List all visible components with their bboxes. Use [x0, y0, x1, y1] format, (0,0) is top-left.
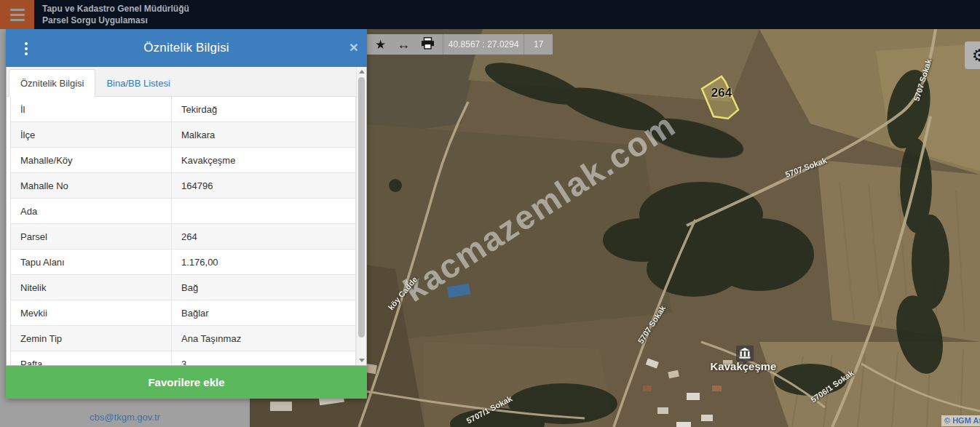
attribute-table: İl Tekirdağ İlçe Malkara Mahalle/Köy Kav… [10, 97, 356, 365]
table-row: Pafta 3 [11, 351, 355, 365]
tab-oznitelik-bilgisi[interactable]: Öznitelik Bilgisi [9, 69, 95, 97]
attribute-info-modal: Öznitelik Bilgisi × Öznitelik Bilgisi Bi… [6, 29, 367, 399]
app-title-line2: Parsel Sorgu Uygulaması [42, 15, 189, 26]
table-row: Mahalle No 164796 [11, 173, 355, 199]
contact-email-link[interactable]: cbs@tkgm.gov.tr [0, 412, 250, 423]
gear-icon: ⚙ [972, 47, 980, 64]
favorite-star-icon[interactable]: ★ [375, 39, 386, 51]
table-row: İlçe Malkara [11, 122, 355, 148]
table-row: Nitelik Bağ [11, 275, 355, 300]
parsel-sorgu-app: kacmazemlak.com 264 5707 Sokak 5707 Soka… [0, 0, 980, 427]
tab-bina-bb-listesi[interactable]: Bina/BB Listesi [95, 70, 181, 96]
coordinates-readout: 40.8567 : 27.0294 [443, 34, 523, 55]
hamburger-menu-button[interactable] [0, 0, 34, 29]
parcel-number-label: 264 [703, 86, 740, 100]
hamburger-icon [10, 9, 25, 11]
close-icon[interactable]: × [349, 39, 358, 55]
scrollbar-thumb[interactable] [358, 77, 365, 338]
scroll-down-icon[interactable] [357, 356, 367, 365]
table-row: Tapu Alanı 1.176,00 [11, 250, 355, 275]
app-title: Tapu ve Kadastro Genel Müdürlüğü Parsel … [42, 3, 189, 26]
table-row: Mevkii Bağlar [11, 300, 355, 326]
print-icon[interactable] [421, 37, 435, 52]
table-row: Mahalle/Köy Kavakçeşme [11, 148, 355, 173]
kebab-menu-icon[interactable] [23, 41, 29, 57]
modal-title: Öznitelik Bilgisi [6, 41, 367, 55]
modal-body: Öznitelik Bilgisi Bina/BB Listesi İl Tek… [6, 67, 367, 366]
table-row: Ada [11, 199, 355, 224]
village-name-label: Kavakçeşme [692, 360, 794, 372]
add-to-favorites-button[interactable]: Favorilere ekle [6, 366, 367, 399]
vertical-scrollbar[interactable] [356, 67, 366, 365]
map-settings-button[interactable]: ⚙ [965, 41, 980, 69]
modal-tabbar: Öznitelik Bilgisi Bina/BB Listesi [7, 67, 356, 97]
table-row: Parsel 264 [11, 224, 355, 250]
top-app-bar: Tapu ve Kadastro Genel Müdürlüğü Parsel … [0, 0, 980, 29]
table-row: Zemin Tip Ana Taşınmaz [11, 326, 355, 351]
zoom-level-readout: 17 [524, 34, 553, 55]
map-toolbar: ★ ↔ 40.8567 : 27.0294 17 [367, 34, 553, 55]
table-row: İl Tekirdağ [11, 97, 355, 122]
app-title-line1: Tapu ve Kadastro Genel Müdürlüğü [42, 3, 189, 15]
measure-distance-icon[interactable]: ↔ [397, 38, 410, 51]
scroll-up-icon[interactable] [357, 67, 367, 76]
map-attribution[interactable]: © HGM At [941, 415, 980, 426]
modal-header[interactable]: Öznitelik Bilgisi × [6, 29, 367, 67]
